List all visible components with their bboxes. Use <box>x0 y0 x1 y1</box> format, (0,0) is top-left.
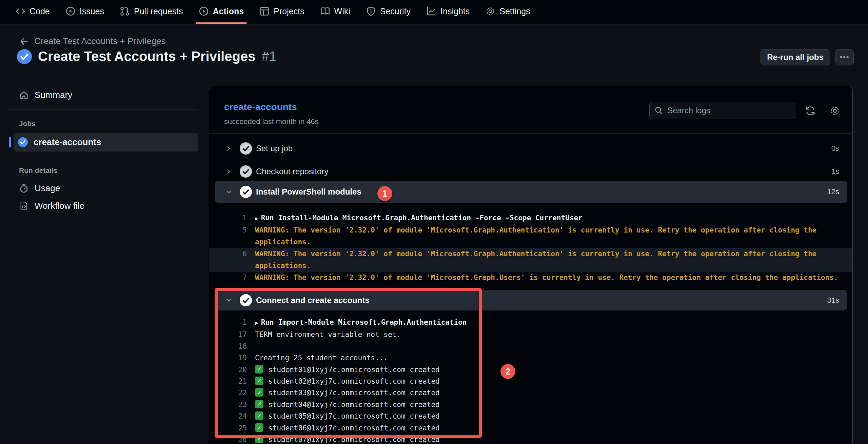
nav-tab-insights[interactable]: Insights <box>418 3 477 19</box>
log-line-number[interactable]: 26 <box>209 434 247 444</box>
log-text: WARNING: The version '2.32.0' of module … <box>255 224 829 248</box>
chevron-down-icon <box>225 188 232 196</box>
log-line-number[interactable]: 5 <box>209 224 247 248</box>
log-line-number[interactable]: 25 <box>209 422 247 434</box>
log-text: ▶Run Import-Module Microsoft.Graph.Authe… <box>255 317 479 329</box>
sidebar-divider <box>8 109 197 109</box>
log-text: student02@1xyj7c.onmicrosoft.com created <box>255 376 452 387</box>
sidebar-item-summary[interactable]: Summary <box>19 90 72 100</box>
log-text: Creating 25 student accounts... <box>255 352 400 364</box>
success-check-icon <box>255 400 263 408</box>
sidebar-item-workflow-file[interactable]: Workflow file <box>19 201 84 211</box>
log-block: 1▶Run Install-Module Microsoft.Graph.Aut… <box>209 212 852 284</box>
log-line: 22student03@1xyj7c.onmicrosoft.com creat… <box>209 387 852 399</box>
log-line-number[interactable]: 18 <box>209 341 247 352</box>
log-text: student06@1xyj7c.onmicrosoft.com created <box>255 422 452 434</box>
nav-tab-label: Code <box>29 6 50 16</box>
nav-tab-pull-requests[interactable]: Pull requests <box>112 3 191 19</box>
sidebar-item-label: Usage <box>35 183 60 194</box>
step-duration: 12s <box>827 187 847 196</box>
chevron-right-icon <box>225 168 232 175</box>
step-name: Checkout repository <box>256 167 328 176</box>
log-line: 21student02@1xyj7c.onmicrosoft.com creat… <box>209 376 852 387</box>
log-line-number[interactable]: 17 <box>209 329 247 340</box>
sidebar-item-label: Workflow file <box>35 201 84 211</box>
log-line: 19Creating 25 student accounts... <box>209 352 852 364</box>
nav-tab-issues[interactable]: Issues <box>58 3 112 19</box>
repo-nav: Code Issues Pull requests Actions Projec… <box>0 0 868 24</box>
nav-tab-label: Issues <box>80 6 104 16</box>
log-line-number[interactable]: 22 <box>209 387 247 399</box>
sidebar-item-label: Summary <box>35 90 72 100</box>
log-line-number[interactable]: 7 <box>209 272 247 284</box>
success-check-icon <box>255 365 263 374</box>
log-block: 1▶Run Import-Module Microsoft.Graph.Auth… <box>209 317 852 444</box>
log-line-number[interactable]: 6 <box>209 248 247 272</box>
log-text: TERM environment variable not set. <box>255 329 413 340</box>
log-text: WARNING: The version '2.32.0' of module … <box>255 248 829 272</box>
nav-tab-code[interactable]: Code <box>7 3 58 19</box>
check-circle-icon <box>240 142 252 155</box>
table-icon <box>259 6 270 16</box>
job-log-panel: create-accounts succeeded last month in … <box>209 86 853 444</box>
log-line-number[interactable]: 1 <box>209 212 247 224</box>
page-title: Create Test Accounts + Privileges <box>38 49 255 64</box>
success-check-icon <box>255 435 263 443</box>
stopwatch-icon <box>19 183 29 193</box>
nav-tab-label: Projects <box>274 6 304 16</box>
gear-icon <box>485 6 495 16</box>
job-name: create-accounts <box>34 137 101 147</box>
selected-job-indicator <box>9 137 11 147</box>
nav-tab-label: Security <box>380 6 411 16</box>
git-pull-request-icon <box>120 6 130 16</box>
log-line: 1▶Run Import-Module Microsoft.Graph.Auth… <box>209 317 852 329</box>
log-line-number[interactable]: 21 <box>209 376 247 387</box>
issue-opened-icon <box>65 6 76 16</box>
steps-list: Set up job0sCheckout repository1sInstall… <box>209 86 852 444</box>
nav-tab-security[interactable]: Security <box>358 3 418 19</box>
book-icon <box>320 6 330 16</box>
log-line-number[interactable]: 19 <box>209 352 247 364</box>
step-row[interactable]: Install PowerShell modules12s <box>215 181 847 203</box>
code-icon <box>15 6 25 16</box>
check-circle-icon <box>240 165 252 178</box>
chevron-down-icon <box>225 297 232 304</box>
more-options-button[interactable]: ••• <box>835 49 854 65</box>
run-prefix-icon: ▶ <box>255 215 258 222</box>
nav-tab-label: Insights <box>440 6 470 16</box>
log-line-number[interactable]: 24 <box>209 410 247 422</box>
sidebar-item-job-create-accounts[interactable]: create-accounts <box>14 133 198 152</box>
nav-tab-settings[interactable]: Settings <box>477 3 538 19</box>
arrow-left-icon <box>19 37 29 46</box>
breadcrumb[interactable]: Create Test Accounts + Privileges <box>19 36 166 46</box>
log-line: 5WARNING: The version '2.32.0' of module… <box>209 224 852 248</box>
nav-tab-projects[interactable]: Projects <box>252 3 312 19</box>
run-details-heading: Run details <box>19 166 57 175</box>
step-row[interactable]: Connect and create accounts31s <box>215 290 847 310</box>
log-line-number[interactable]: 20 <box>209 364 247 376</box>
success-check-icon <box>255 388 263 397</box>
home-icon <box>19 90 29 100</box>
success-check-icon <box>255 411 263 420</box>
step-name: Install PowerShell modules <box>256 187 361 197</box>
jobs-heading: Jobs <box>19 120 36 128</box>
log-line-number[interactable]: 1 <box>209 317 247 329</box>
step-duration: 31s <box>827 296 847 305</box>
step-duration: 0s <box>831 144 847 153</box>
rerun-all-jobs-button[interactable]: Re-run all jobs <box>761 49 830 65</box>
annotation-badge-1: 1 <box>377 186 392 201</box>
log-line: 17TERM environment variable not set. <box>209 329 852 340</box>
sidebar-item-usage[interactable]: Usage <box>19 183 60 194</box>
log-line: 18 <box>209 341 852 352</box>
step-row[interactable]: Set up job0s <box>215 138 847 159</box>
nav-tab-label: Pull requests <box>134 6 183 16</box>
step-row[interactable]: Checkout repository1s <box>215 161 847 182</box>
log-line: 24student05@1xyj7c.onmicrosoft.com creat… <box>209 410 852 422</box>
log-line-number[interactable]: 23 <box>209 399 247 410</box>
nav-tab-actions[interactable]: Actions <box>191 3 252 19</box>
run-prefix-icon: ▶ <box>255 320 258 326</box>
nav-tab-wiki[interactable]: Wiki <box>312 3 358 19</box>
log-text: ▶Run Install-Module Microsoft.Graph.Auth… <box>255 212 595 224</box>
log-line: 20student01@1xyj7c.onmicrosoft.com creat… <box>209 364 852 376</box>
step-name: Connect and create accounts <box>256 296 370 305</box>
